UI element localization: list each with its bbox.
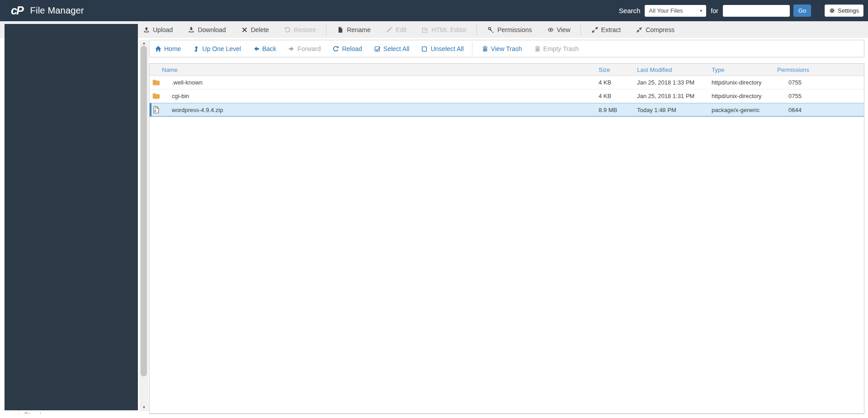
html-editor-button: HTML Editor xyxy=(422,26,467,33)
forward-button: Forward xyxy=(288,45,321,52)
toolbar-item-label: Extract xyxy=(601,26,621,33)
top-header: cP File Manager Search All Your Files fo… xyxy=(0,0,868,21)
file-row[interactable]: .well-known 4 KB Jan 25, 2018 1:33 PM ht… xyxy=(150,76,864,89)
unselect-all-button[interactable]: Unselect All xyxy=(421,45,463,52)
zip-icon xyxy=(153,106,159,113)
delete-button[interactable]: Delete xyxy=(241,26,269,33)
nav-item-label: View Trash xyxy=(491,45,522,52)
col-header-permissions[interactable]: Permissions xyxy=(774,66,864,73)
search-scope-select[interactable]: All Your Files xyxy=(645,5,706,17)
nav-item-label: Home xyxy=(164,45,181,52)
file-list: Name Size Last Modified Type Permissions… xyxy=(149,63,864,414)
nav-item-label: Empty Trash xyxy=(543,45,579,52)
search-area: Search All Your Files for Go Settings xyxy=(619,5,863,17)
folder-icon xyxy=(152,93,160,99)
toolbar-item-label: Rename xyxy=(347,26,371,33)
view-trash-button[interactable]: View Trash xyxy=(482,45,522,52)
toolbar-separator xyxy=(580,24,581,35)
col-header-last-modified[interactable]: Last Modified xyxy=(633,66,706,73)
empty-trash-button: Empty Trash xyxy=(534,45,579,52)
scroll-up-button[interactable] xyxy=(139,41,149,45)
toolbar-item-label: Download xyxy=(198,26,226,33)
delete-icon xyxy=(241,27,248,33)
toolbar-item-label: Edit xyxy=(396,26,406,33)
file-name: wordpress-4.9.4.zip xyxy=(172,107,223,113)
compress-button[interactable]: Compress xyxy=(636,26,675,33)
file-size: 8.9 MB xyxy=(593,107,633,113)
unselect-all-icon xyxy=(421,46,428,52)
compress-icon xyxy=(636,27,642,33)
settings-label: Settings xyxy=(838,7,859,14)
reload-icon xyxy=(333,46,339,52)
nav-item-label: Unselect All xyxy=(430,45,463,52)
file-last-modified: Jan 25, 2018 1:31 PM xyxy=(633,93,706,99)
file-name: .well-known xyxy=(172,79,203,86)
toolbar-item-label: View xyxy=(557,26,571,33)
folder-icon xyxy=(152,80,160,85)
edit-icon xyxy=(386,27,392,33)
trash-icon xyxy=(482,46,488,52)
chevron-down-icon xyxy=(700,8,702,13)
tree-item-ssl[interactable]: + ssl xyxy=(5,410,138,413)
file-list-body: .well-known 4 KB Jan 25, 2018 1:33 PM ht… xyxy=(150,76,864,117)
upload-button[interactable]: Upload xyxy=(143,26,173,33)
search-scope-value: All Your Files xyxy=(649,7,683,14)
file-last-modified: Jan 25, 2018 1:33 PM xyxy=(633,79,706,86)
permissions-button[interactable]: Permissions xyxy=(488,26,532,33)
file-row[interactable]: cgi-bin 4 KB Jan 25, 2018 1:31 PM httpd/… xyxy=(150,89,864,103)
tree-scrollbar[interactable] xyxy=(139,40,149,411)
toolbar-item-label: Delete xyxy=(251,26,269,33)
file-row[interactable]: wordpress-4.9.4.zip 8.9 MB Today 1:48 PM… xyxy=(150,103,864,117)
nav-item-label: Reload xyxy=(342,45,362,52)
col-header-type[interactable]: Type xyxy=(706,66,774,73)
file-type: package/x-generic xyxy=(706,107,774,113)
folder-icon xyxy=(24,412,31,414)
view-button[interactable]: View xyxy=(547,26,571,33)
toolbar-item-label: Permissions xyxy=(497,26,532,33)
trash-icon xyxy=(534,46,541,52)
file-permissions: 0755 xyxy=(774,79,864,86)
view-icon xyxy=(547,27,554,33)
file-name: cgi-bin xyxy=(172,93,189,99)
gear-icon xyxy=(829,8,835,14)
toolbar-item-label: HTML Editor xyxy=(431,26,467,33)
tree-item-label: ssl xyxy=(34,411,41,414)
home-icon xyxy=(155,46,161,52)
file-list-header: Name Size Last Modified Type Permissions xyxy=(150,64,864,76)
col-header-name[interactable]: Name xyxy=(150,66,593,73)
select-all-button[interactable]: Select All xyxy=(374,45,410,52)
upload-icon xyxy=(143,27,150,33)
scrollbar-thumb[interactable] xyxy=(141,46,147,376)
file-type: httpd/unix-directory xyxy=(706,93,774,99)
directory-tree-fragment: + ssl xyxy=(5,410,138,413)
scroll-down-button[interactable] xyxy=(139,405,149,409)
toolbar-separator xyxy=(472,42,472,55)
col-header-size[interactable]: Size xyxy=(593,66,633,73)
file-permissions: 0755 xyxy=(774,93,864,99)
toolbar-item-label: Compress xyxy=(646,26,675,33)
home-button[interactable]: Home xyxy=(155,45,181,52)
nav-item-label: Forward xyxy=(297,45,321,52)
tree-expand-icon[interactable]: + xyxy=(17,412,21,413)
restore-button: Restore xyxy=(284,26,316,33)
nav-item-label: Back xyxy=(262,45,276,52)
reload-button[interactable]: Reload xyxy=(333,45,362,52)
extract-button[interactable]: Extract xyxy=(592,26,621,33)
for-label: for xyxy=(711,7,718,14)
up-one-level-button[interactable]: Up One Level xyxy=(193,45,241,52)
go-button[interactable]: Go xyxy=(793,5,811,17)
file-size: 4 KB xyxy=(593,79,633,86)
back-button[interactable]: Back xyxy=(253,45,276,52)
up-one-level-icon xyxy=(193,46,199,52)
toolbar-separator xyxy=(476,24,477,35)
rename-button[interactable]: Rename xyxy=(337,26,371,33)
toolbar-item-label: Restore xyxy=(294,26,316,33)
select-all-icon xyxy=(374,46,381,52)
search-input[interactable] xyxy=(723,5,790,17)
download-button[interactable]: Download xyxy=(188,26,226,33)
download-icon xyxy=(188,27,194,33)
file-last-modified: Today 1:48 PM xyxy=(633,107,706,113)
toolbar-separator xyxy=(326,24,326,35)
cpanel-logo: cP xyxy=(11,4,23,17)
settings-button[interactable]: Settings xyxy=(825,5,863,17)
